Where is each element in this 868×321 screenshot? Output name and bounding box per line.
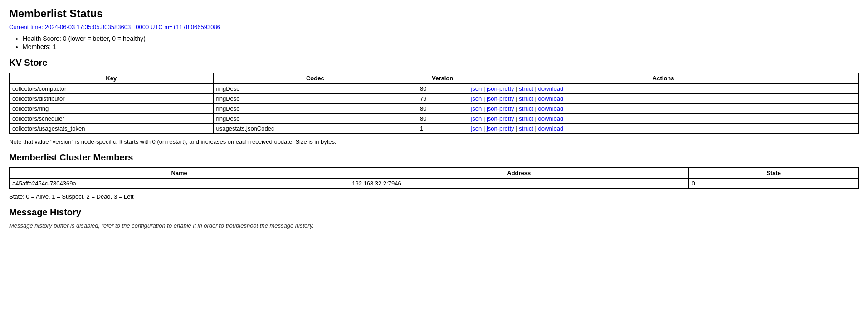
kv-action-link-json[interactable]: json	[471, 115, 482, 122]
kv-store-table: Key Codec Version Actions collectors/com…	[9, 73, 859, 134]
kv-note: Note that value "version" is node-specif…	[9, 138, 859, 145]
kv-action-link-download[interactable]: download	[538, 95, 564, 102]
kv-action-link-json[interactable]: json	[471, 95, 482, 102]
kv-version: 80	[417, 84, 468, 94]
kv-key: collectors/compactor	[10, 84, 214, 94]
members-table: Name Address State a45affa2454c-7804369a…	[9, 167, 859, 189]
kv-codec: ringDesc	[213, 104, 417, 114]
kv-key: collectors/scheduler	[10, 114, 214, 124]
message-history-title: Message History	[9, 207, 859, 218]
kv-action-link-download[interactable]: download	[538, 115, 564, 122]
table-row: a45affa2454c-7804369a192.168.32.2:79460	[10, 179, 859, 189]
kv-version: 80	[417, 104, 468, 114]
kv-action-link-json[interactable]: json	[471, 125, 482, 132]
kv-action-link-download[interactable]: download	[538, 105, 564, 112]
kv-action-link-json-pretty[interactable]: json-pretty	[487, 85, 514, 92]
kv-action-link-struct[interactable]: struct	[519, 95, 533, 102]
kv-col-version: Version	[417, 73, 468, 84]
kv-actions[interactable]: json | json-pretty | struct | download	[468, 124, 859, 134]
kv-action-link-struct[interactable]: struct	[519, 125, 533, 132]
kv-key: collectors/ring	[10, 104, 214, 114]
kv-actions[interactable]: json | json-pretty | struct | download	[468, 94, 859, 104]
kv-action-link-json-pretty[interactable]: json-pretty	[487, 105, 514, 112]
kv-col-key: Key	[10, 73, 214, 84]
kv-action-link-json[interactable]: json	[471, 105, 482, 112]
message-history-note: Message history buffer is disabled, refe…	[9, 222, 859, 229]
kv-action-link-download[interactable]: download	[538, 85, 564, 92]
table-row: collectors/usagestats_tokenusagestats.js…	[10, 124, 859, 134]
member-address: 192.168.32.2:7946	[349, 179, 689, 189]
current-time: Current time: 2024-06-03 17:35:05.803583…	[9, 24, 859, 30]
health-score: Health Score: 0 (lower = better, 0 = hea…	[23, 35, 859, 42]
kv-action-link-json-pretty[interactable]: json-pretty	[487, 95, 514, 102]
member-name: a45affa2454c-7804369a	[10, 179, 349, 189]
member-state: 0	[689, 179, 859, 189]
kv-codec: usagestats.jsonCodec	[213, 124, 417, 134]
table-row: collectors/schedulerringDesc80json | jso…	[10, 114, 859, 124]
kv-version: 80	[417, 114, 468, 124]
kv-col-actions: Actions	[468, 73, 859, 84]
kv-codec: ringDesc	[213, 84, 417, 94]
members-count: Members: 1	[23, 43, 859, 50]
page-title: Memberlist Status	[9, 7, 859, 20]
stats-list: Health Score: 0 (lower = better, 0 = hea…	[23, 35, 859, 50]
kv-actions[interactable]: json | json-pretty | struct | download	[468, 104, 859, 114]
table-row: collectors/compactorringDesc80json | jso…	[10, 84, 859, 94]
kv-action-link-struct[interactable]: struct	[519, 105, 533, 112]
kv-version: 79	[417, 94, 468, 104]
kv-action-link-download[interactable]: download	[538, 125, 564, 132]
kv-key: collectors/distributor	[10, 94, 214, 104]
members-col-name: Name	[10, 168, 349, 179]
kv-actions[interactable]: json | json-pretty | struct | download	[468, 114, 859, 124]
current-time-value: 2024-06-03 17:35:05.803583603 +0000 UTC …	[45, 24, 220, 30]
kv-action-link-struct[interactable]: struct	[519, 85, 533, 92]
kv-store-title: KV Store	[9, 58, 859, 68]
members-col-address: Address	[349, 168, 689, 179]
table-row: collectors/distributorringDesc79json | j…	[10, 94, 859, 104]
kv-actions[interactable]: json | json-pretty | struct | download	[468, 84, 859, 94]
kv-col-codec: Codec	[213, 73, 417, 84]
kv-action-link-struct[interactable]: struct	[519, 115, 533, 122]
kv-action-link-json-pretty[interactable]: json-pretty	[487, 125, 514, 132]
kv-key: collectors/usagestats_token	[10, 124, 214, 134]
kv-codec: ringDesc	[213, 114, 417, 124]
state-note: State: 0 = Alive, 1 = Suspect, 2 = Dead,…	[9, 193, 859, 200]
table-row: collectors/ringringDesc80json | json-pre…	[10, 104, 859, 114]
kv-codec: ringDesc	[213, 94, 417, 104]
kv-version: 1	[417, 124, 468, 134]
kv-action-link-json[interactable]: json	[471, 85, 482, 92]
kv-action-link-json-pretty[interactable]: json-pretty	[487, 115, 514, 122]
members-col-state: State	[689, 168, 859, 179]
current-time-label: Current time:	[9, 24, 43, 30]
memberlist-cluster-title: Memberlist Cluster Members	[9, 152, 859, 163]
